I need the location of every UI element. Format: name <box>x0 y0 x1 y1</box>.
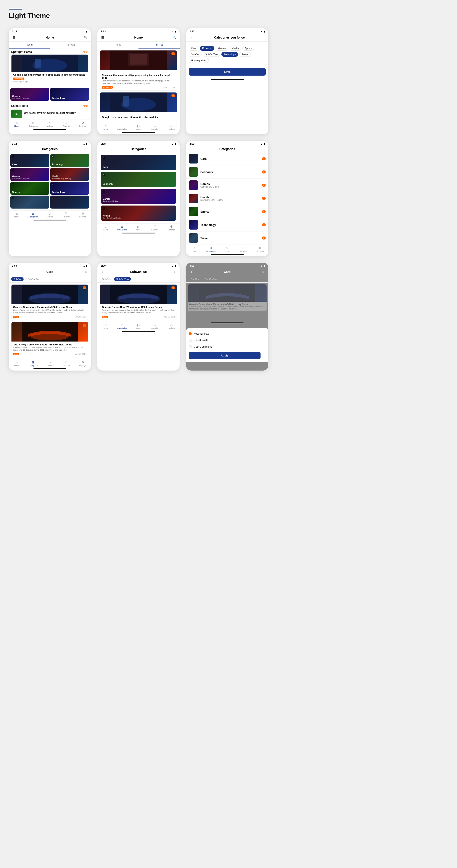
bottom-fav-7[interactable]: ♡Favorite <box>58 361 74 367</box>
cat-tile-cars-4[interactable]: 2 Cars <box>10 154 49 167</box>
sub-tab-subcartwo-7[interactable]: SubCarTwo <box>25 277 42 281</box>
sort-oldest[interactable]: Oldest Posts <box>189 337 266 343</box>
bottom-set-6[interactable]: ⚙Settings <box>252 246 268 252</box>
tab-foryou-2[interactable]: For You <box>138 41 179 49</box>
tag-technology[interactable]: Technology <box>221 52 238 57</box>
bottom-home-4[interactable]: ⌂Home <box>9 212 25 218</box>
bottom-fav-1[interactable]: ♡Favorite <box>58 121 74 127</box>
tab-foryou-1[interactable]: For You <box>50 41 91 49</box>
bottom-set-5[interactable]: ⚙Settings <box>163 225 179 231</box>
bottom-fav-5[interactable]: ♡Favorite <box>147 225 163 231</box>
bottom-vid-2[interactable]: ▷Videos <box>130 124 147 130</box>
bottom-vid-5[interactable]: ▷Videos <box>130 225 147 231</box>
back-icon-7[interactable]: ‹ <box>11 269 17 274</box>
cat-list-sports[interactable]: Sports 0 <box>186 205 268 218</box>
article-chevy-7[interactable]: 6 2022 Chevy Corvette Will Add Three Hot… <box>11 322 88 357</box>
bottom-vid-1[interactable]: ▷Videos <box>41 121 58 127</box>
bottom-vid-4[interactable]: ▷Videos <box>41 212 58 218</box>
article-card-chilli[interactable]: 1 Chemical that makes chilli peppers spi… <box>100 50 177 91</box>
sub-tab-subcartwo-9[interactable]: SubCarTwo <box>203 277 220 281</box>
tag-games[interactable]: Games <box>216 46 228 51</box>
save-button[interactable]: Save <box>189 68 266 75</box>
tag-subcartwo[interactable]: SubCarTwo <box>203 52 220 57</box>
sub-tab-subcartwo-8[interactable]: SubCarTwo <box>114 277 131 281</box>
article-genesis-7[interactable]: 0 Genesis Shows New EV Variant of G80 Lu… <box>11 284 88 320</box>
bottom-cat-5[interactable]: ⊞Categories <box>114 225 130 231</box>
bottom-cat-1[interactable]: ⊞Categories <box>25 121 41 127</box>
bottom-set-8[interactable]: ⚙Settings <box>163 323 179 330</box>
bottom-cat-4[interactable]: ⊞Categories <box>25 212 41 218</box>
bottom-home-6[interactable]: ⌂Home <box>186 246 202 252</box>
latest-more[interactable]: More <box>83 104 88 107</box>
bottom-vid-7[interactable]: ▷Videos <box>41 361 58 367</box>
cat-list-travel[interactable]: Travel 2 <box>186 231 268 245</box>
bottom-home-7[interactable]: ⌂Home <box>9 361 25 367</box>
cat-wide-games[interactable]: 1 GamesGaming and E-Sport <box>101 189 176 204</box>
article-genesis-8[interactable]: 0 Genesis Shows New EV Variant of G80 Lu… <box>100 284 177 320</box>
sort-comments[interactable]: Most Comments <box>189 343 266 350</box>
cat-tile-eco-4[interactable]: 0 Economy <box>50 154 89 167</box>
cat-wide-cars[interactable]: 2 Cars <box>101 155 176 170</box>
tag-sports[interactable]: Sports <box>242 46 254 51</box>
spotlight-more[interactable]: More <box>83 51 88 53</box>
menu-icon-2[interactable]: ☰ <box>100 35 105 40</box>
bottom-cat-6[interactable]: ⊞Categories <box>202 246 219 252</box>
bottom-fav-4[interactable]: ♡Favorite <box>58 212 74 218</box>
cat-wide-eco[interactable]: 0 Economy <box>101 172 176 187</box>
tab-home-2[interactable]: Home <box>97 41 138 49</box>
tag-uncategorized[interactable]: Uncategorized <box>189 58 209 63</box>
bottom-set-2[interactable]: ⚙Settings <box>163 124 179 130</box>
category-tile-games[interactable]: GamesGaming and E-Sport <box>10 88 49 101</box>
search-icon-2[interactable]: 🔍 <box>172 35 177 40</box>
bottom-set-7[interactable]: ⚙Settings <box>74 361 91 367</box>
bottom-home-2[interactable]: ⌂Home <box>97 124 114 130</box>
bottom-home-1[interactable]: ⌂Home <box>9 121 25 127</box>
menu-icon-1[interactable]: ☰ <box>11 35 17 40</box>
sub-tab-subcar-7[interactable]: SubCar <box>11 277 24 281</box>
cat-wide-health[interactable]: 3 HealthStay Safe, Stay Healthy <box>101 206 176 221</box>
bottom-cat-2[interactable]: ⊞Categories <box>114 124 130 130</box>
tag-subcar[interactable]: SubCar <box>189 52 201 57</box>
bottom-home-8[interactable]: ⌂Home <box>97 323 114 330</box>
bottom-fav-6[interactable]: ♡Favorite <box>235 246 252 252</box>
bottom-fav-8[interactable]: ♡Favorite <box>147 323 163 330</box>
search-icon-1[interactable]: 🔍 <box>83 35 88 40</box>
bottom-vid-8[interactable]: ▷Videos <box>130 323 147 330</box>
tag-economy[interactable]: Economy <box>200 46 215 51</box>
tag-travel[interactable]: Travel <box>239 52 251 57</box>
bottom-set-4[interactable]: ⚙Settings <box>74 212 91 218</box>
category-tile-tech[interactable]: Technology <box>50 88 89 101</box>
bottom-vid-6[interactable]: ▷Videos <box>219 246 235 252</box>
back-icon-3[interactable]: ‹ <box>189 35 194 40</box>
cat-list-games[interactable]: Games Gaming and E-Sport 3 <box>186 179 268 192</box>
cat-list-cars[interactable]: Cars 2 <box>186 152 268 165</box>
cat-tile-sports-4[interactable]: 0 Sports <box>10 182 49 195</box>
cat-tile-extra-4[interactable]: 0 <box>50 195 89 209</box>
tag-health[interactable]: Health <box>230 46 241 51</box>
filter-icon-8[interactable]: ≡ <box>172 269 177 274</box>
bottom-cat-7[interactable]: ⊞Categories <box>25 361 41 367</box>
cat-tile-health-4[interactable]: HealthStay Safe, Stay Healthy <box>50 168 89 181</box>
bottom-fav-2[interactable]: ♡Favorite <box>147 124 163 130</box>
back-icon-9[interactable]: ‹ <box>189 269 194 274</box>
cat-tile-tech-4[interactable]: 3 Technology <box>50 182 89 195</box>
cat-list-tech[interactable]: Technology 3 <box>186 218 268 231</box>
cat-tile-travel-4[interactable]: 0 <box>10 195 49 209</box>
tab-home-1[interactable]: Home <box>9 41 50 49</box>
filter-icon-7[interactable]: ≡ <box>83 269 88 274</box>
spotlight-card-1[interactable]: Google uses underwater fibre-optic cable… <box>11 54 88 84</box>
sort-recent[interactable]: Recent Posts <box>189 331 266 337</box>
bottom-home-5[interactable]: ⌂Home <box>97 225 114 231</box>
bottom-set-1[interactable]: ⚙Settings <box>74 121 91 127</box>
apply-button[interactable]: Apply <box>189 352 261 359</box>
sub-tab-subcar-8[interactable]: SubCar <box>100 277 112 281</box>
article-card-fiber[interactable]: 0 Google uses underwater fibre-optic cab… <box>100 92 177 121</box>
cat-list-health[interactable]: Health Stay Safe, Stay Healthy 1 <box>186 192 268 205</box>
sub-tab-subcar-9[interactable]: SubCar <box>189 277 201 281</box>
cat-list-economy[interactable]: Economy 5 <box>186 165 268 179</box>
latest-post-1[interactable]: ▶ Why has the UK's wet summer been bad f… <box>9 108 91 120</box>
bottom-cat-8[interactable]: ⊞Categories <box>114 323 130 330</box>
cat-tile-games-4[interactable]: 1 GamesGaming and E-Sport <box>10 168 49 181</box>
filter-icon-9[interactable]: ≡ <box>261 269 266 274</box>
tag-cars[interactable]: Cars <box>189 46 198 51</box>
